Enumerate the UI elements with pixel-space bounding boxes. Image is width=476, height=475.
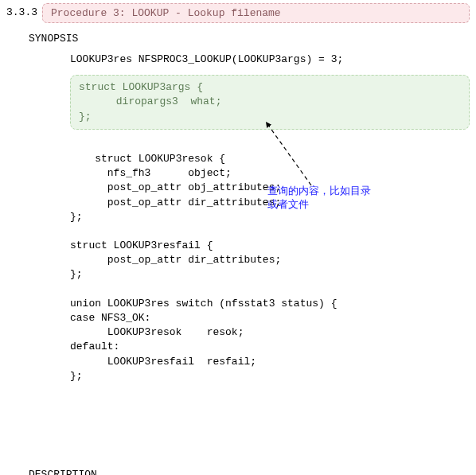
prototype-line: LOOKUP3res NFSPROC3_LOOKUP(LOOKUP3args) … — [29, 53, 470, 67]
annotation-text: 查询的内容，比如目录 或者文件 — [267, 184, 387, 212]
synopsis-heading: SYNOPSIS — [29, 33, 470, 45]
svg-line-0 — [266, 122, 311, 185]
annotation-line1: 查询的内容，比如目录 — [267, 185, 371, 197]
procedure-title: Procedure 3: LOOKUP - Lookup filename — [42, 3, 470, 23]
code-block: struct LOOKUP3resok { nfs_fh3 object; po… — [29, 138, 470, 456]
annotation-line2: 或者文件 — [267, 198, 309, 210]
args-struct-box: struct LOOKUP3args { diropargs3 what; }; — [70, 75, 470, 130]
section-number: 3.3.3 — [6, 3, 42, 23]
title-row: 3.3.3 Procedure 3: LOOKUP - Lookup filen… — [6, 3, 470, 23]
description-heading: DESCRIPTION — [29, 469, 470, 475]
